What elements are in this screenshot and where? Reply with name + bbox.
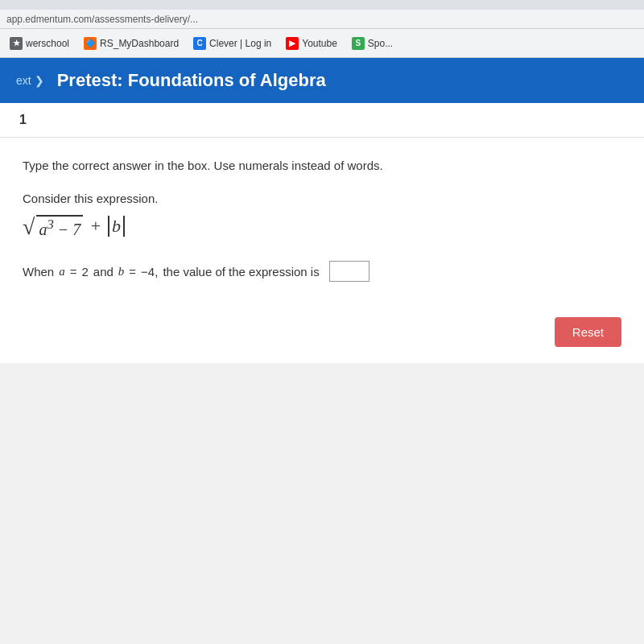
- clever-icon: C: [193, 37, 206, 50]
- browser-chrome: [0, 0, 644, 10]
- when-line: When a = 2 and b = −4, the value of the …: [23, 261, 621, 282]
- spo-icon: S: [352, 37, 365, 50]
- plus-operator: +: [89, 216, 101, 237]
- consider-text: Consider this expression.: [23, 192, 621, 205]
- sqrt-symbol: √: [23, 216, 35, 238]
- and-text: and: [93, 265, 114, 279]
- a-variable: a: [59, 265, 65, 279]
- bookmark-spo[interactable]: S Spo...: [349, 35, 396, 52]
- bookmark-spo-label: Spo...: [368, 38, 393, 49]
- rs-mydashboard-icon: 🔷: [84, 37, 97, 50]
- werschool-icon: ★: [10, 37, 23, 50]
- bookmark-clever-label: Clever | Log in: [209, 38, 271, 49]
- youtube-icon: ▶: [286, 37, 299, 50]
- equals-2: =: [129, 265, 136, 279]
- nav-ext-label: ext: [16, 74, 31, 87]
- header-nav[interactable]: ext ❯: [16, 74, 44, 87]
- value-label: the value of the expression is: [163, 265, 319, 279]
- nav-arrow-icon[interactable]: ❯: [35, 74, 44, 87]
- equals-1: =: [70, 265, 77, 279]
- reset-button[interactable]: Reset: [555, 317, 621, 347]
- b-variable: b: [118, 265, 125, 279]
- instruction-text: Type the correct answer in the box. Use …: [23, 157, 621, 175]
- math-expression: √ a3 − 7 + b: [23, 215, 621, 239]
- answer-input[interactable]: [329, 261, 369, 282]
- sqrt-container: √ a3 − 7: [23, 215, 83, 239]
- when-label: When: [23, 265, 54, 279]
- address-text: app.edmentum.com/assessments-delivery/..…: [6, 14, 198, 25]
- button-area: Reset: [0, 301, 644, 363]
- bookmark-werschool[interactable]: ★ werschool: [6, 35, 72, 52]
- main-content: 1 Type the correct answer in the box. Us…: [0, 103, 644, 363]
- address-bar[interactable]: app.edmentum.com/assessments-delivery/..…: [0, 10, 644, 29]
- page-title: Pretest: Foundations of Algebra: [57, 70, 326, 91]
- b-value: −4,: [141, 265, 158, 279]
- bookmark-youtube[interactable]: ▶ Youtube: [283, 35, 341, 52]
- bookmarks-bar: ★ werschool 🔷 RS_MyDashboard C Clever | …: [0, 29, 644, 58]
- bookmark-clever[interactable]: C Clever | Log in: [190, 35, 275, 52]
- question-number: 1: [19, 113, 27, 126]
- bookmark-rs-mydashboard[interactable]: 🔷 RS_MyDashboard: [80, 35, 182, 52]
- absolute-value: b: [108, 216, 125, 237]
- bookmark-werschool-label: werschool: [26, 38, 69, 49]
- bookmark-rs-mydashboard-label: RS_MyDashboard: [100, 38, 179, 49]
- question-number-bar: 1: [0, 103, 644, 138]
- sqrt-radicand: a3 − 7: [36, 215, 83, 239]
- bookmark-youtube-label: Youtube: [302, 38, 337, 49]
- a-value: 2: [81, 265, 88, 279]
- question-body: Type the correct answer in the box. Use …: [0, 138, 644, 301]
- app-header: ext ❯ Pretest: Foundations of Algebra: [0, 58, 644, 103]
